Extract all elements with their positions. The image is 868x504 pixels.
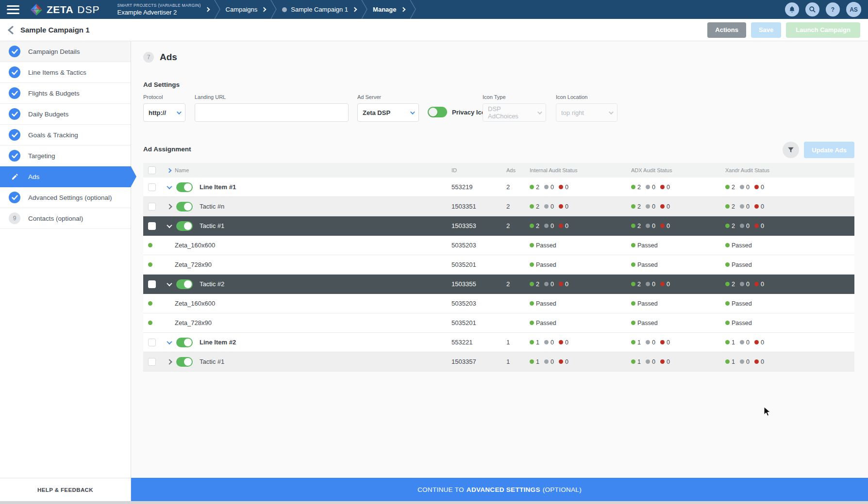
assignment-row[interactable]: Tactic #215033552200200200 [143,275,854,294]
assignment-row[interactable]: Line Item #15532192200200200 [143,178,854,197]
protocol-select[interactable]: http:// [143,103,185,122]
breadcrumb-item[interactable]: SMART PROJECTS (VARIABLE MARGIN)Example … [112,0,214,19]
row-enabled-toggle[interactable] [176,221,193,231]
audit-count-green: 2 [530,184,539,191]
audit-count-green: 2 [530,223,539,229]
status-dot-icon [282,7,287,12]
audit-count-green: 1 [530,358,539,365]
audit-count-red: 0 [559,281,568,288]
row-checkbox[interactable] [148,183,156,191]
select-all-checkbox[interactable] [148,166,156,174]
row-checkbox[interactable] [148,203,156,211]
adx-audit-status: 200 [631,203,725,210]
row-checkbox[interactable] [148,339,156,346]
audit-count-green: 1 [725,358,735,365]
gray-dot-icon [740,224,744,228]
chevron-right-icon[interactable] [401,7,405,12]
sidebar-item-contacts-optional[interactable]: 9Contacts (optional) [0,208,131,229]
breadcrumb-item[interactable]: Manage [368,0,409,19]
audit-count-red: 0 [754,358,764,365]
check-circle-icon [9,129,20,141]
row-checkbox[interactable] [148,358,156,366]
actions-button[interactable]: Actions [707,22,746,38]
chevron-right-icon[interactable] [167,204,172,209]
notifications-icon[interactable] [785,2,799,16]
audit-count-value: 0 [746,358,750,365]
avatar[interactable]: AS [846,2,861,17]
ad-assignment-table: Name ID Ads Internal Audit Status ADX Au… [143,163,854,372]
audit-count-gray: 0 [544,358,554,365]
row-id: 5035203 [451,300,506,307]
chevron-right-icon[interactable] [205,7,210,12]
chevron-down-icon[interactable] [167,183,172,189]
green-dot-icon [631,282,635,286]
chevron-down-icon[interactable] [167,222,172,228]
sidebar-item-daily-budgets[interactable]: Daily Budgets [0,104,131,125]
chevron-right-icon[interactable] [167,359,172,364]
ad-row[interactable]: Zeta_728x905035201PassedPassedPassed [143,313,854,333]
campaign-steps-sidebar: Campaign DetailsLine Items & TacticsFlig… [0,41,131,478]
row-checkbox[interactable] [148,222,156,230]
row-ads-count: 2 [506,203,530,210]
back-button[interactable] [8,26,14,34]
row-enabled-toggle[interactable] [176,202,193,211]
green-dot-icon [631,262,635,267]
privacy-icon-toggle[interactable] [428,107,447,117]
assignment-row[interactable]: Tactic #115033532200200200 [143,216,854,236]
help-feedback-button[interactable]: HELP & FEEDBACK [0,478,131,501]
audit-count-value: 0 [565,281,568,288]
update-ads-button[interactable]: Update Ads [804,142,854,158]
ad-row[interactable]: Zeta_160x6005035203PassedPassedPassed [143,294,854,313]
brand-logo[interactable]: ZETA DSP [30,3,100,16]
audit-count-red: 0 [660,203,670,210]
assignment-row[interactable]: Line Item #25532211100100100 [143,333,854,352]
hamburger-menu-icon[interactable] [7,5,19,14]
red-dot-icon [559,282,563,286]
audit-count-red: 0 [754,339,764,346]
chevron-right-icon[interactable] [352,7,357,12]
sidebar-item-flights-budgets[interactable]: Flights & Budgets [0,83,131,104]
col-adx-audit[interactable]: ADX Audit Status [631,167,725,173]
ad-row[interactable]: Zeta_728x905035201PassedPassedPassed [143,255,854,275]
ad-row[interactable]: Zeta_160x6005035203PassedPassedPassed [143,236,854,255]
sidebar-item-line-items-tactics[interactable]: Line Items & Tactics [0,62,131,83]
assignment-row[interactable]: Tactic #115033571100100100 [143,352,854,372]
filter-button[interactable] [783,142,799,158]
green-dot-icon [631,204,635,209]
row-checkbox[interactable] [148,280,156,288]
col-xandr-audit[interactable]: Xandr Audit Status [725,167,854,173]
chevron-right-icon[interactable] [167,168,172,173]
audit-count-green: 1 [530,339,539,346]
chevron-down-icon[interactable] [167,339,172,344]
save-button[interactable]: Save [751,22,781,38]
landing-url-input[interactable] [200,104,343,121]
row-enabled-toggle[interactable] [176,279,193,289]
sidebar-item-goals-tracking[interactable]: Goals & Tracking [0,125,131,146]
search-icon[interactable] [805,2,819,16]
row-enabled-toggle[interactable] [176,357,193,367]
assignment-row[interactable]: Tactic #n15033512200200200 [143,197,854,216]
sidebar-item-campaign-details[interactable]: Campaign Details [0,41,131,62]
row-enabled-toggle[interactable] [176,338,193,347]
launch-campaign-button[interactable]: Launch Campaign [786,22,860,38]
col-name[interactable]: Name [175,167,189,173]
col-id[interactable]: ID [451,167,506,173]
col-ads[interactable]: Ads [506,167,530,173]
help-icon[interactable]: ? [826,2,840,16]
sidebar-item-advanced-settings-optional[interactable]: Advanced Settings (optional) [0,187,131,208]
funnel-icon [787,146,794,153]
chevron-right-icon[interactable] [262,7,267,12]
sidebar-item-targeting[interactable]: Targeting [0,146,131,166]
chevron-down-icon[interactable] [167,280,172,286]
row-enabled-toggle[interactable] [176,182,193,192]
xandr-audit-status: Passed [725,242,854,249]
ad-assignment-heading: Ad Assignment [143,146,191,153]
sidebar-item-ads[interactable]: Ads [0,166,131,187]
breadcrumb-item[interactable]: Campaigns [221,0,271,19]
col-internal-audit[interactable]: Internal Audit Status [530,167,631,173]
continue-button[interactable]: CONTINUE TO ADVANCED SETTINGS (OPTIONAL) [131,478,868,501]
breadcrumb-item[interactable]: Sample Campaign 1 [277,0,361,19]
internal-audit-status: Passed [530,300,631,307]
xandr-audit-status: 100 [725,339,854,346]
ad-server-select[interactable]: Zeta DSP [357,103,419,122]
